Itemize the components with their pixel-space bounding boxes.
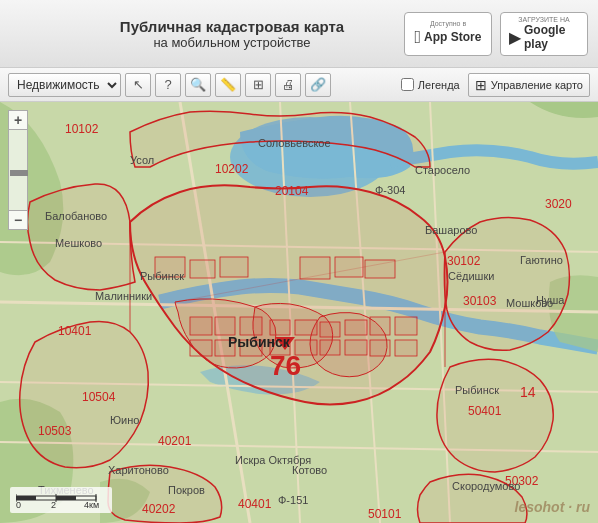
print-btn[interactable]: 🖨 xyxy=(275,73,301,97)
legend-checkbox[interactable] xyxy=(401,78,414,91)
link-btn[interactable]: 🔗 xyxy=(305,73,331,97)
googleplay-name: Google play xyxy=(524,23,579,51)
scale-bar: 0 2 4км xyxy=(10,487,112,513)
property-select[interactable]: Недвижимость xyxy=(8,73,121,97)
header-title: Публичная кадастровая карта на мобильном… xyxy=(60,18,404,50)
map[interactable]: 10102 Усол Соловьевское 10202 20104 Ф-30… xyxy=(0,102,598,523)
scale-svg: 0 2 4км xyxy=(16,490,106,508)
appstore-badge[interactable]: Доступно в  App Store xyxy=(404,12,492,56)
svg-text:4км: 4км xyxy=(84,500,99,508)
cursor-btn[interactable]: ↖ xyxy=(125,73,151,97)
title-line2: на мобильном устройстве xyxy=(60,35,404,50)
manage-map-btn[interactable]: ⊞ Управление карто xyxy=(468,73,590,97)
legend-label: Легенда xyxy=(418,79,460,91)
app-badges: Доступно в  App Store ЗАГРУЗИТЕ НА ▶ Go… xyxy=(404,12,588,56)
zoom-slider[interactable] xyxy=(8,130,28,210)
map-terrain xyxy=(0,102,598,523)
toolbar: Недвижимость ↖ ? 🔍 📏 ⊞ 🖨 🔗 Легенда ⊞ Упр… xyxy=(0,68,598,102)
apple-icon:  xyxy=(415,27,422,48)
toolbar-right: Легенда ⊞ Управление карто xyxy=(401,73,590,97)
legend-toggle[interactable]: Легенда xyxy=(401,78,460,91)
grid-icon: ⊞ xyxy=(475,77,487,93)
info-btn[interactable]: ? xyxy=(155,73,181,97)
zoom-thumb xyxy=(10,170,28,176)
manage-label: Управление карто xyxy=(491,79,583,91)
search-btn[interactable]: 🔍 xyxy=(185,73,211,97)
appstore-sub: Доступно в xyxy=(430,20,466,27)
header: Публичная кадастровая карта на мобильном… xyxy=(0,0,598,68)
svg-text:2: 2 xyxy=(51,500,56,508)
ruler-btn[interactable]: ⊞ xyxy=(245,73,271,97)
googleplay-sub: ЗАГРУЗИТЕ НА xyxy=(518,16,569,23)
svg-text:0: 0 xyxy=(16,500,21,508)
zoom-out-btn[interactable]: − xyxy=(8,210,28,230)
appstore-name: App Store xyxy=(424,30,481,44)
svg-rect-40 xyxy=(56,496,76,500)
measure-btn[interactable]: 📏 xyxy=(215,73,241,97)
play-icon: ▶ xyxy=(509,28,521,47)
zoom-in-btn[interactable]: + xyxy=(8,110,28,130)
zoom-controls: + − xyxy=(8,110,28,230)
title-line1: Публичная кадастровая карта xyxy=(60,18,404,35)
googleplay-badge[interactable]: ЗАГРУЗИТЕ НА ▶ Google play xyxy=(500,12,588,56)
watermark: lesohot · ru xyxy=(515,499,590,515)
